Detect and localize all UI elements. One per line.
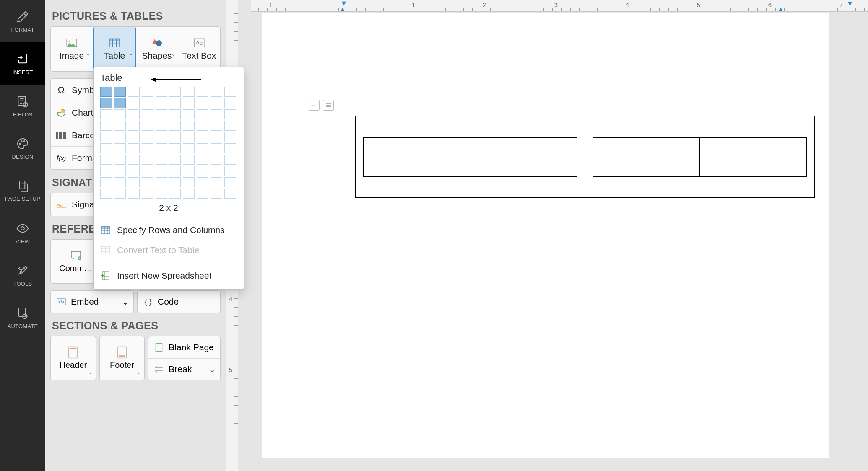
insert-spreadsheet-item[interactable]: Insert New Spreadsheet (100, 266, 237, 286)
grid-cell[interactable] (128, 87, 140, 97)
indent-marker-icon[interactable]: ▲ (339, 5, 346, 12)
grid-cell[interactable] (142, 155, 153, 165)
grid-cell[interactable] (128, 121, 140, 131)
inner-cell[interactable] (700, 137, 806, 157)
grid-cell[interactable] (183, 155, 195, 165)
grid-cell[interactable] (211, 189, 222, 199)
inner-table[interactable] (363, 137, 577, 177)
grid-cell[interactable] (142, 109, 153, 119)
break-button[interactable]: Break ⌄ (148, 359, 220, 380)
grid-cell[interactable] (142, 132, 153, 142)
grid-cell[interactable] (156, 87, 167, 97)
grid-cell[interactable] (156, 121, 167, 131)
grid-cell[interactable] (114, 109, 126, 119)
inner-cell[interactable] (364, 157, 470, 177)
grid-cell[interactable] (211, 166, 222, 176)
grid-cell[interactable] (183, 177, 195, 187)
outer-cell[interactable] (585, 116, 815, 198)
grid-cell[interactable] (114, 132, 126, 142)
text-box-button[interactable]: A Text Box (178, 27, 220, 71)
grid-cell[interactable] (142, 143, 153, 153)
grid-cell[interactable] (128, 98, 140, 108)
grid-cell[interactable] (100, 143, 112, 153)
rail-item-fields[interactable]: FIELDS (0, 85, 45, 127)
grid-cell[interactable] (100, 98, 112, 108)
rail-item-insert[interactable]: INSERT (0, 42, 45, 85)
grid-cell[interactable] (224, 166, 236, 176)
indent-marker-icon[interactable]: ▲ (777, 5, 784, 12)
grid-cell[interactable] (169, 121, 181, 131)
grid-cell[interactable] (156, 177, 167, 187)
grid-cell[interactable] (211, 155, 222, 165)
inner-cell[interactable] (470, 157, 577, 177)
grid-cell[interactable] (100, 109, 112, 119)
grid-cell[interactable] (114, 121, 126, 131)
grid-cell[interactable] (197, 121, 208, 131)
grid-cell[interactable] (224, 87, 236, 97)
grid-cell[interactable] (156, 98, 167, 108)
grid-cell[interactable] (197, 143, 208, 153)
grid-cell[interactable] (114, 87, 126, 97)
grid-cell[interactable] (156, 143, 167, 153)
grid-cell[interactable] (169, 166, 181, 176)
grid-cell[interactable] (183, 166, 195, 176)
footer-button[interactable]: ⌄ Footer (99, 336, 145, 380)
grid-cell[interactable] (197, 189, 208, 199)
grid-cell[interactable] (142, 177, 153, 187)
grid-cell[interactable] (169, 87, 181, 97)
grid-cell[interactable] (169, 132, 181, 142)
grid-cell[interactable] (156, 109, 167, 119)
embed-button[interactable]: </> Embed ⌄ (50, 290, 134, 313)
grid-cell[interactable] (100, 166, 112, 176)
grid-cell[interactable] (224, 189, 236, 199)
outer-cell[interactable] (355, 116, 585, 198)
grid-cell[interactable] (142, 121, 153, 131)
grid-cell[interactable] (169, 109, 181, 119)
grid-cell[interactable] (197, 166, 208, 176)
add-row-handle[interactable]: + (309, 100, 320, 111)
grid-cell[interactable] (197, 132, 208, 142)
grid-cell[interactable] (224, 155, 236, 165)
inner-cell[interactable] (593, 157, 699, 177)
grid-cell[interactable] (100, 87, 112, 97)
grid-cell[interactable] (197, 98, 208, 108)
outer-table[interactable] (355, 116, 815, 198)
grid-cell[interactable] (211, 132, 222, 142)
grid-cell[interactable] (183, 98, 195, 108)
list-handle[interactable] (323, 100, 334, 111)
grid-cell[interactable] (197, 109, 208, 119)
grid-cell[interactable] (114, 189, 126, 199)
grid-cell[interactable] (156, 155, 167, 165)
grid-cell[interactable] (183, 132, 195, 142)
inner-cell[interactable] (470, 137, 577, 157)
tab-marker-icon[interactable]: ▼ (847, 0, 853, 8)
rail-item-view[interactable]: VIEW (0, 212, 45, 254)
grid-cell[interactable] (114, 98, 126, 108)
grid-cell[interactable] (114, 166, 126, 176)
inner-cell[interactable] (593, 137, 699, 157)
header-button[interactable]: ⌄ Header (50, 336, 96, 380)
grid-cell[interactable] (211, 177, 222, 187)
grid-cell[interactable] (156, 166, 167, 176)
rail-item-tools[interactable]: TOOLS (0, 254, 45, 296)
grid-cell[interactable] (114, 155, 126, 165)
grid-cell[interactable] (114, 177, 126, 187)
grid-cell[interactable] (100, 155, 112, 165)
grid-cell[interactable] (211, 98, 222, 108)
grid-cell[interactable] (100, 121, 112, 131)
grid-cell[interactable] (128, 189, 140, 199)
table-button[interactable]: ⌄ Table (93, 27, 136, 71)
grid-cell[interactable] (169, 98, 181, 108)
inner-cell[interactable] (364, 137, 470, 157)
grid-cell[interactable] (183, 189, 195, 199)
grid-cell[interactable] (197, 155, 208, 165)
inner-cell[interactable] (700, 157, 806, 177)
grid-cell[interactable] (142, 87, 153, 97)
grid-cell[interactable] (100, 132, 112, 142)
grid-cell[interactable] (169, 155, 181, 165)
grid-cell[interactable] (128, 143, 140, 153)
grid-cell[interactable] (197, 177, 208, 187)
grid-cell[interactable] (169, 177, 181, 187)
rail-item-automate[interactable]: AUTOMATE (0, 296, 45, 339)
grid-cell[interactable] (224, 177, 236, 187)
